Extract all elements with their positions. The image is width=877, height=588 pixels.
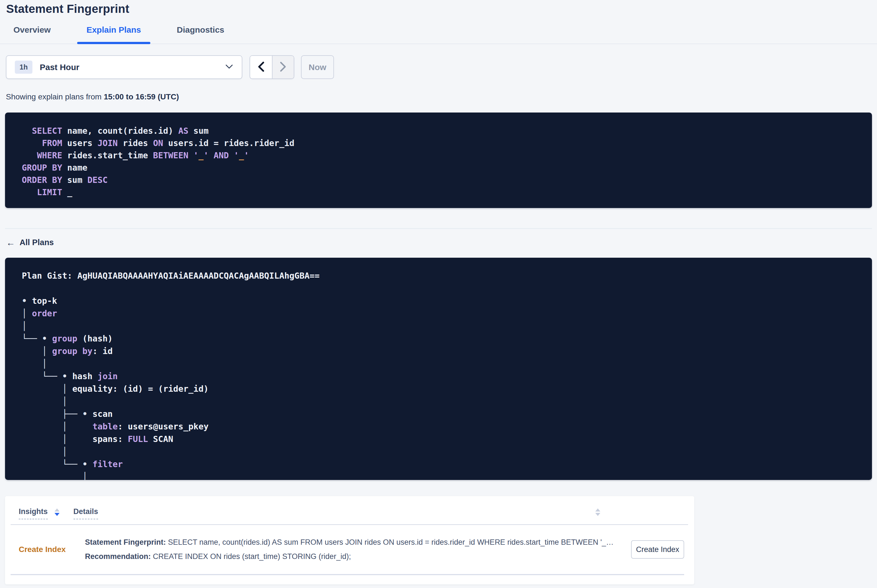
insights-card: Insights Details Create Index Statement … [5,496,694,584]
section-divider [5,228,872,229]
time-pager [250,55,294,79]
showing-range-value: 15:00 to 16:59 (UTC) [104,92,179,101]
tab-bar: Overview Explain Plans Diagnostics [0,25,877,44]
tab-overview[interactable]: Overview [4,25,60,44]
showing-range-text: Showing explain plans from 15:00 to 16:5… [6,92,877,101]
plan-gist-tree: Plan Gist: AgHUAQIABQAAAAHYAQIAiAEAAAADC… [22,269,863,480]
column-header-details[interactable]: Details [74,507,98,519]
all-plans-link[interactable]: ← All Plans [6,238,54,247]
create-index-link[interactable]: Create Index [19,545,85,554]
sql-statement-block: SELECT name, count(rides.id) AS sum FROM… [5,112,872,208]
prev-time-button[interactable] [250,56,272,78]
sort-icon-insights[interactable] [54,508,60,516]
detail-text: SELECT name, count(rides.id) AS sum FROM… [166,538,614,546]
insights-table-header: Insights Details [5,496,694,519]
time-toolbar: 1h Past Hour Now [6,55,877,79]
chevron-right-icon [279,61,287,73]
tab-diagnostics[interactable]: Diagnostics [168,25,234,44]
row-rule [11,574,684,575]
back-arrow-icon: ← [6,238,15,247]
showing-prefix: Showing explain plans from [6,92,104,101]
sql-statement-code: SELECT name, count(rides.id) AS sum FROM… [22,125,863,198]
detail-text: CREATE INDEX ON rides (start_time) STORI… [151,552,351,561]
detail-label: Recommendation: [85,552,151,561]
sort-down-arrow [54,513,60,516]
statement-fingerprint-page: Statement Fingerprint Overview Explain P… [0,2,877,588]
time-range-badge: 1h [15,61,32,74]
tab-explain-plans[interactable]: Explain Plans [77,25,150,44]
chevron-down-icon [225,64,233,70]
statement-fingerprint-detail: Statement Fingerprint: SELECT name, coun… [85,538,620,547]
sort-icon-details[interactable] [595,508,600,516]
page-title: Statement Fingerprint [6,2,877,16]
details-cell: Statement Fingerprint: SELECT name, coun… [85,538,620,561]
table-row: Create Index Statement Fingerprint: SELE… [5,525,694,561]
sort-up-arrow [54,508,60,512]
plan-gist-block: Plan Gist: AgHUAQIABQAAAAHYAQIAiAEAAAADC… [5,258,872,480]
chevron-left-icon [257,61,265,73]
time-range-dropdown[interactable]: 1h Past Hour [6,55,242,79]
column-header-insights[interactable]: Insights [19,507,48,519]
sort-down-arrow [595,513,600,516]
detail-label: Statement Fingerprint: [85,538,166,546]
recommendation-detail: Recommendation: CREATE INDEX ON rides (s… [85,552,620,561]
next-time-button[interactable] [272,56,294,78]
all-plans-label: All Plans [20,238,54,247]
time-range-label: Past Hour [40,63,80,72]
now-button[interactable]: Now [301,55,334,79]
create-index-button[interactable]: Create Index [631,540,684,559]
sort-up-arrow [595,508,600,512]
